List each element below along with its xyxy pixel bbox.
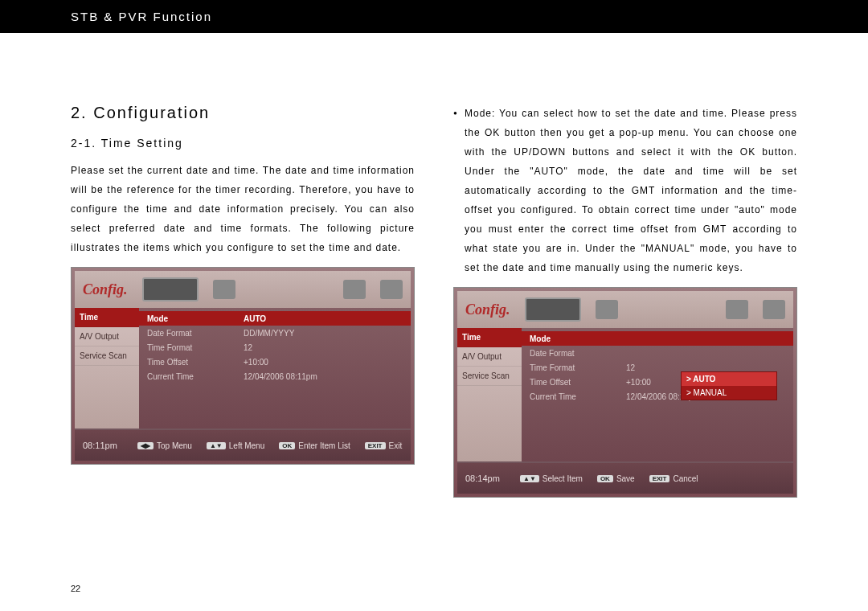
gear-icon xyxy=(763,300,785,319)
topbar-icon xyxy=(213,280,235,299)
topbar-icon xyxy=(596,300,618,319)
screenshot-topbar: Config. xyxy=(457,291,793,328)
config-logo: Config. xyxy=(465,301,510,318)
side-item-av: A/V Output xyxy=(457,347,522,367)
topbar-icon xyxy=(726,300,748,319)
header-text: STB & PVR Function xyxy=(71,10,212,23)
side-item-scan: Service Scan xyxy=(75,347,139,366)
section-title: 2. Configuration xyxy=(71,104,415,122)
popup-option-auto: > AUTO xyxy=(682,372,776,386)
popup-option-manual: > MANUAL xyxy=(682,386,776,400)
setting-row: Date FormatDD/MM/YYYY xyxy=(139,326,411,340)
setting-row: Date Format xyxy=(522,346,793,360)
side-menu: Time A/V Output Service Scan xyxy=(457,328,522,461)
setting-row: Time Format12 xyxy=(139,340,411,355)
setting-row: Time Offset+10:00 xyxy=(139,355,411,369)
left-paragraph: Please set the current date and time. Th… xyxy=(71,161,415,257)
bullet-list: Mode: You can select how to set the date… xyxy=(453,104,797,277)
setting-row: ModeAUTO xyxy=(139,311,411,326)
right-column: Mode: You can select how to set the date… xyxy=(453,104,797,498)
side-item-time: Time xyxy=(75,308,139,327)
side-item-av: A/V Output xyxy=(75,327,139,347)
setting-row: Current Time12/04/2006 08:11pm xyxy=(139,369,411,383)
screenshot-time-settings: Config. Time A/V Output Service Scan Mod… xyxy=(71,267,415,465)
side-item-scan: Service Scan xyxy=(457,367,522,386)
header-bar: STB & PVR Function xyxy=(0,0,868,33)
screenshot-topbar: Config. xyxy=(75,271,411,308)
page-number: 22 xyxy=(71,584,80,593)
screenshot-footer: 08:14pm ▲▼Select Item OKSave EXITCancel xyxy=(457,461,793,494)
settings-list: ModeAUTO Date FormatDD/MM/YYYY Time Form… xyxy=(139,308,411,429)
footer-clock: 08:14pm xyxy=(465,474,506,483)
mode-popup: > AUTO > MANUAL xyxy=(681,371,777,400)
side-item-time: Time xyxy=(457,328,522,347)
config-logo: Config. xyxy=(83,281,128,298)
left-column: 2. Configuration 2-1. Time Setting Pleas… xyxy=(71,104,415,498)
gear-icon xyxy=(380,280,403,299)
topbar-icon xyxy=(343,280,366,299)
device-icon xyxy=(525,297,581,322)
page-content: 2. Configuration 2-1. Time Setting Pleas… xyxy=(0,33,868,498)
device-icon xyxy=(142,277,199,301)
screenshot-footer: 08:11pm ◀▶Top Menu ▲▼Left Menu OKEnter I… xyxy=(75,429,411,461)
subsection-title: 2-1. Time Setting xyxy=(71,137,415,150)
side-menu: Time A/V Output Service Scan xyxy=(75,308,139,429)
setting-row: Mode xyxy=(522,331,793,346)
bullet-mode: Mode: You can select how to set the date… xyxy=(453,104,797,277)
footer-clock: 08:11pm xyxy=(83,441,123,450)
screenshot-mode-popup: Config. Time A/V Output Service Scan Mod… xyxy=(453,287,797,498)
